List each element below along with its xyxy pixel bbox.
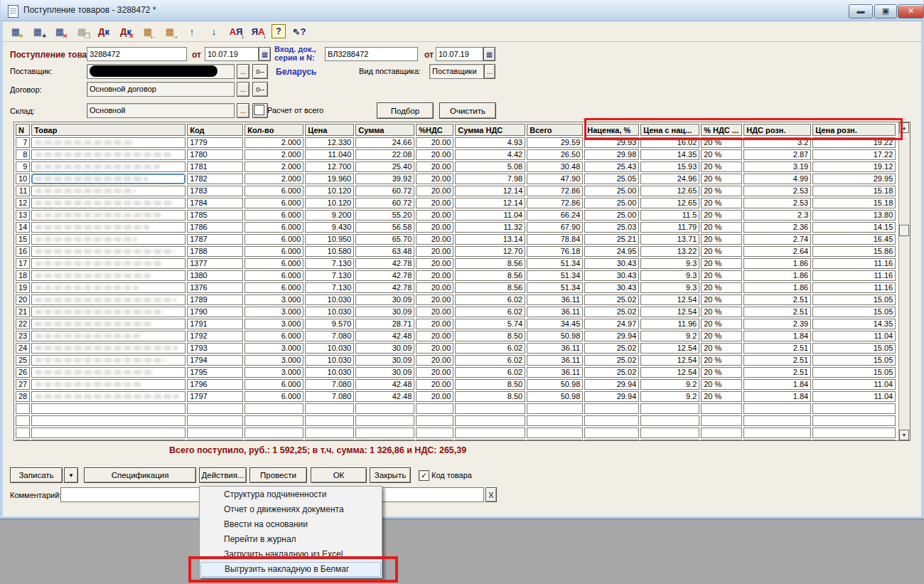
table-cell[interactable]: 42.48 xyxy=(355,379,414,390)
table-cell[interactable]: 6.000 xyxy=(245,379,303,390)
table-cell[interactable]: 2.51 xyxy=(743,367,811,378)
table-cell[interactable]: 36.11 xyxy=(527,294,583,305)
table-cell[interactable]: 8.50 xyxy=(455,391,525,402)
table-cell[interactable]: 20.00 xyxy=(416,186,453,196)
table-cell[interactable]: 1.86 xyxy=(743,282,811,293)
table-cell[interactable]: 7.130 xyxy=(305,270,354,281)
table-cell[interactable]: 11.16 xyxy=(812,282,896,293)
close-button[interactable]: ✕ xyxy=(898,4,924,18)
ok-button[interactable]: ОК xyxy=(311,467,367,483)
table-cell[interactable]: 29.59 xyxy=(527,137,583,148)
table-cell[interactable]: 24.96 xyxy=(640,174,699,184)
table-cell[interactable]: 1792 xyxy=(187,331,243,341)
table-cell[interactable]: 1.86 xyxy=(743,258,811,269)
table-cell[interactable]: 6.02 xyxy=(455,294,525,305)
table-cell[interactable]: 6.000 xyxy=(245,270,303,281)
table-cell[interactable]: 11.96 xyxy=(640,319,699,329)
table-cell[interactable]: 20 % xyxy=(701,258,742,269)
move-up-icon[interactable]: ↑ xyxy=(183,23,200,39)
table-cell[interactable]: 7.130 xyxy=(305,282,354,293)
table-cell[interactable]: 20 % xyxy=(701,161,742,172)
table-cell[interactable]: 2.39 xyxy=(743,319,811,329)
table-cell[interactable]: 28 xyxy=(16,391,30,402)
table-cell[interactable]: 36.11 xyxy=(527,343,583,354)
table-cell[interactable]: 7.98 xyxy=(455,174,525,184)
table-cell[interactable]: 4.93 xyxy=(455,137,525,148)
table-cell[interactable]: 29.95 xyxy=(812,174,896,184)
delete-row-icon[interactable]: ▦✕ xyxy=(51,23,68,39)
table-cell[interactable]: 2.53 xyxy=(743,186,811,196)
table-cell[interactable]: 3.000 xyxy=(245,294,303,305)
table-cell[interactable] xyxy=(31,319,186,329)
table-cell[interactable]: 11.16 xyxy=(812,270,896,281)
table-cell[interactable]: 10.030 xyxy=(305,307,354,317)
table-cell[interactable]: 10.030 xyxy=(305,343,354,354)
table-cell[interactable]: 36.11 xyxy=(527,307,583,317)
table-cell[interactable]: 1787 xyxy=(187,234,243,245)
table-cell[interactable]: 25.02 xyxy=(584,343,639,354)
table-cell[interactable]: 10.030 xyxy=(305,355,354,366)
table-cell[interactable]: 11.040 xyxy=(305,149,354,160)
table-cell[interactable]: 15.18 xyxy=(812,198,896,208)
table-cell[interactable]: 29.94 xyxy=(584,331,639,341)
table-cell[interactable]: 11.16 xyxy=(812,258,896,269)
table-cell[interactable]: 17 xyxy=(16,258,30,269)
table-cell[interactable]: 20 % xyxy=(701,222,742,233)
table-cell[interactable]: 26 xyxy=(16,367,30,378)
table-cell[interactable]: 3.000 xyxy=(245,307,303,317)
table-cell[interactable]: 20 xyxy=(16,294,30,305)
table-cell[interactable]: 25.43 xyxy=(584,161,639,172)
table-cell[interactable]: 8.50 xyxy=(455,331,525,341)
supplier-type-field[interactable]: Поставщики xyxy=(429,64,484,79)
table-cell[interactable]: 29.98 xyxy=(584,149,639,160)
table-cell[interactable]: 55.20 xyxy=(355,210,414,221)
calendar-icon[interactable]: ▦ xyxy=(259,47,271,61)
incoming-date-input[interactable] xyxy=(436,47,483,61)
table-cell[interactable]: 29.94 xyxy=(584,391,639,402)
table-cell[interactable]: 1789 xyxy=(187,294,243,305)
table-cell[interactable]: 20.00 xyxy=(416,331,453,341)
table-cell[interactable] xyxy=(31,210,186,221)
table-cell[interactable]: 30.09 xyxy=(355,343,414,354)
table-cell[interactable]: 10.030 xyxy=(305,367,354,378)
context-help-icon[interactable]: ⇖? xyxy=(291,23,308,39)
table-cell[interactable]: 12.330 xyxy=(305,137,354,148)
table-cell[interactable]: 6.000 xyxy=(245,222,303,233)
table-cell[interactable]: 4.99 xyxy=(743,174,811,184)
table-cell[interactable]: 8.56 xyxy=(455,258,525,269)
table-cell[interactable]: 12.54 xyxy=(640,294,699,305)
scroll-down-icon[interactable]: ▼ xyxy=(899,430,909,440)
table-cell[interactable] xyxy=(31,186,186,196)
table-cell[interactable]: 1.86 xyxy=(743,270,811,281)
table-cell[interactable]: 28.71 xyxy=(355,319,414,329)
table-cell[interactable]: 20.00 xyxy=(416,391,453,402)
table-cell[interactable]: 22.08 xyxy=(355,149,414,160)
table-cell[interactable]: 39.92 xyxy=(355,174,414,184)
table-cell[interactable]: 6.000 xyxy=(245,258,303,269)
table-cell[interactable]: 1795 xyxy=(187,367,243,378)
table-cell[interactable]: 34.45 xyxy=(527,319,583,329)
move-down-icon[interactable]: ↓ xyxy=(205,23,222,39)
table-cell[interactable]: 26.50 xyxy=(527,149,583,160)
table-cell[interactable]: 20.00 xyxy=(416,367,453,378)
table-cell[interactable]: 11.04 xyxy=(455,210,525,221)
table-cell[interactable]: 30.09 xyxy=(355,355,414,366)
table-cell[interactable]: 25 xyxy=(16,355,30,366)
table-cell[interactable] xyxy=(31,246,186,257)
table-cell[interactable]: 4.42 xyxy=(455,149,525,160)
table-cell[interactable]: 25.40 xyxy=(355,161,414,172)
table-cell[interactable]: 50.98 xyxy=(527,331,583,341)
table-cell[interactable]: 51.34 xyxy=(527,270,583,281)
sort-asc-icon[interactable]: АЯ↓ xyxy=(227,23,245,39)
table-cell[interactable]: 11.32 xyxy=(455,222,525,233)
incoming-number-input[interactable] xyxy=(325,47,418,61)
supplier-type-browse-button[interactable]: ... xyxy=(484,64,495,79)
table-cell[interactable]: 25.05 xyxy=(584,174,639,184)
close-form-button[interactable]: Закрыть xyxy=(370,467,411,483)
table-cell[interactable]: 12.700 xyxy=(305,161,354,172)
table-cell[interactable]: 9.570 xyxy=(305,319,354,329)
table-cell[interactable]: 25.00 xyxy=(584,186,639,196)
table-cell[interactable]: 10.030 xyxy=(305,294,354,305)
table-cell[interactable]: 12.14 xyxy=(455,186,525,196)
actions-button[interactable]: Действия... xyxy=(199,467,247,483)
